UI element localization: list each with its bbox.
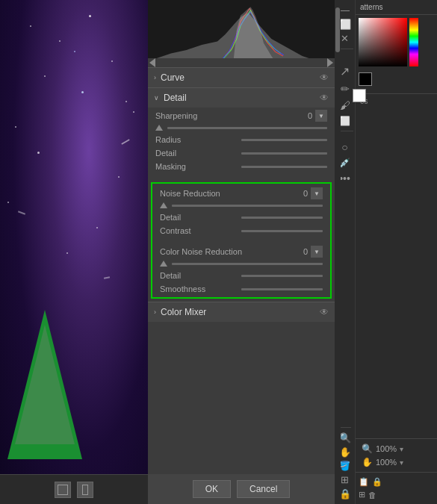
star — [74, 51, 75, 52]
filmstrip-bar — [0, 474, 148, 504]
star — [111, 60, 113, 62]
noise-contrast-row: Contrast — [152, 224, 330, 237]
curve-collapse-arrow: › — [154, 74, 156, 81]
separator-2 — [152, 237, 330, 243]
color-noise-detail-slider[interactable] — [241, 275, 323, 277]
histogram — [148, 0, 335, 67]
star — [96, 227, 98, 228]
color-noise-smoothness-slider[interactable] — [241, 288, 323, 290]
color-picker-area — [356, 15, 437, 69]
star — [37, 152, 40, 154]
color-noise-label: Color Noise Reduction — [160, 247, 293, 256]
curve-section-header[interactable]: › Curve 👁 — [148, 67, 335, 87]
arrow-tool-icon[interactable]: ↗ — [340, 64, 350, 78]
masking-row: Masking — [148, 160, 335, 173]
saturation-box[interactable] — [359, 18, 407, 66]
divider-hr — [356, 93, 437, 94]
tree — [7, 310, 82, 459]
black-point-arrow[interactable] — [149, 58, 155, 67]
ok-button[interactable]: OK — [193, 480, 231, 498]
panel-scroll-area[interactable]: › Curve 👁 ∨ Detail 👁 Sharpening 0 — [148, 67, 335, 474]
color-noise-smoothness-label: Smoothness — [160, 284, 241, 293]
color-noise-dropdown[interactable]: ▼ — [311, 246, 323, 258]
minimize-icon[interactable]: — — [340, 4, 350, 16]
noise-contrast-slider[interactable] — [241, 230, 323, 232]
color-noise-slider-row — [152, 260, 330, 269]
pencil-tool-icon[interactable]: ✏ — [341, 83, 350, 95]
lock-bottom-icon[interactable]: 🔒 — [372, 477, 382, 487]
sharpening-slider-track[interactable] — [167, 127, 327, 129]
right-section-label: es — [356, 96, 437, 107]
zoom-dropdown-arrow-1[interactable]: ▾ — [400, 445, 403, 453]
curve-eye-icon[interactable]: 👁 — [320, 72, 329, 83]
histogram-svg — [148, 0, 335, 67]
grid-icon[interactable]: ⊞ — [341, 474, 349, 485]
filmstrip-btn-square[interactable] — [55, 482, 71, 498]
dots-icon[interactable]: ••• — [339, 172, 350, 184]
color-noise-track[interactable] — [172, 263, 323, 265]
zoom-dropdown-arrow-2[interactable]: ▾ — [400, 458, 403, 467]
move-icon[interactable]: ⊞ — [359, 490, 365, 500]
sharpening-slider-row — [148, 124, 335, 133]
hue-strip[interactable] — [409, 18, 418, 66]
star — [66, 252, 68, 254]
noise-reduction-handle[interactable] — [160, 202, 167, 208]
color-mixer-arrow: › — [154, 308, 156, 316]
color-mixer-eye-icon[interactable]: 👁 — [320, 307, 329, 317]
bottom-icon-row-2: ⊞ 🗑 — [359, 490, 434, 500]
radius-slider[interactable] — [241, 139, 327, 141]
hand-icon-zoom[interactable]: ✋ — [362, 457, 373, 467]
noise-detail-row: Detail — [152, 211, 330, 224]
eye-dropper-icon[interactable]: 💉 — [339, 158, 350, 168]
sharp-detail-slider[interactable] — [241, 152, 327, 155]
zoom-row-2: ✋ 100% ▾ — [359, 455, 434, 469]
color-noise-row: Color Noise Reduction 0 ▼ — [152, 243, 330, 260]
color-mixer-section-header[interactable]: › Color Mixer 👁 — [148, 302, 335, 322]
layers-icon[interactable]: 📋 — [359, 477, 369, 487]
color-noise-smoothness-row: Smoothness — [152, 282, 330, 296]
sharpening-dropdown[interactable]: ▼ — [315, 110, 327, 122]
close-icon[interactable]: ✕ — [341, 33, 349, 44]
sharpening-slider-handle[interactable] — [155, 125, 163, 131]
noise-reduction-track[interactable] — [172, 205, 323, 207]
tree-shape-inner — [15, 325, 75, 444]
right-toolbar: — ⬜ ✕ ↗ ✏ 🖌 ⬜ ○ 💉 ••• 🔍 ✋ — [335, 0, 437, 504]
noise-detail-slider[interactable] — [241, 217, 323, 219]
bottom-right-icons: 📋 🔒 ⊞ 🗑 — [356, 472, 437, 504]
zoom-value-2: 100% — [376, 458, 397, 467]
star — [7, 202, 9, 203]
adjustment-panel: › Curve 👁 ∨ Detail 👁 Sharpening 0 — [148, 0, 335, 504]
zoom-search-icon[interactable]: 🔍 — [362, 444, 373, 454]
detail-eye-icon[interactable]: 👁 — [320, 93, 329, 103]
sharpening-row: Sharpening 0 ▼ — [148, 108, 335, 124]
noise-reduction-dropdown[interactable]: ▼ — [311, 187, 323, 199]
color-noise-detail-label: Detail — [160, 271, 241, 280]
panel-scrollbar[interactable] — [335, 0, 341, 504]
detail-section-header[interactable]: ∨ Detail 👁 — [148, 87, 335, 108]
star — [30, 25, 31, 27]
background-swatch[interactable] — [353, 89, 366, 102]
star — [133, 111, 134, 113]
zoom-controls: 🔍 100% ▾ ✋ 100% ▾ — [356, 438, 437, 472]
radius-row: Radius — [148, 133, 335, 146]
brush-tool-icon[interactable]: 🖌 — [340, 99, 350, 111]
foreground-swatch[interactable] — [359, 72, 372, 86]
trash-icon[interactable]: 🗑 — [368, 491, 376, 500]
detail-collapse-arrow: ∨ — [154, 94, 159, 102]
sharpening-label: Sharpening — [155, 111, 297, 120]
masking-slider[interactable] — [241, 166, 327, 168]
eraser-tool-icon[interactable]: ⬜ — [339, 116, 350, 126]
paint-bucket-icon[interactable]: 🪣 — [339, 461, 350, 471]
filmstrip-btn-rect[interactable] — [77, 482, 93, 498]
cancel-button[interactable]: Cancel — [237, 480, 290, 498]
noise-reduction-label: Noise Reduction — [160, 189, 293, 198]
sharp-detail-row: Detail — [148, 146, 335, 160]
color-noise-handle[interactable] — [160, 261, 167, 267]
white-point-arrow[interactable] — [327, 58, 333, 67]
noise-reduction-inner: Noise Reduction 0 ▼ De — [152, 184, 330, 297]
noise-reduction-value: 0 — [293, 189, 308, 198]
scrollbar-thumb[interactable] — [335, 7, 340, 52]
sharpening-value: 0 — [297, 111, 312, 120]
bottom-button-bar: OK Cancel — [148, 474, 335, 504]
ellipse-tool-icon[interactable]: ○ — [341, 141, 347, 153]
